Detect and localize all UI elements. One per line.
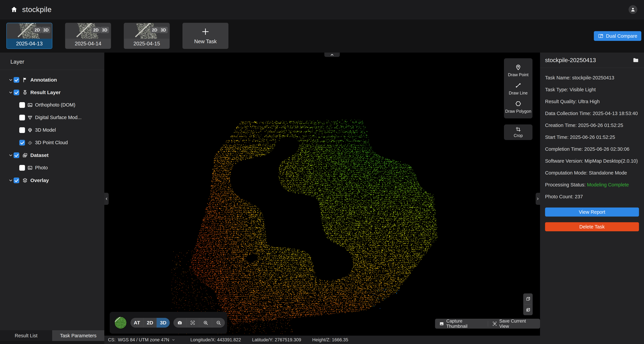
zoom-in-icon	[203, 320, 208, 326]
layer-checkbox[interactable]	[14, 153, 19, 158]
draw-line-button[interactable]: Draw Line	[504, 80, 532, 98]
collapse-right-panel-handle[interactable]	[536, 193, 540, 205]
map-pin-icon	[515, 64, 522, 71]
status-badge: Modeling Complete	[587, 182, 629, 187]
layer-item-3d-point-cloud[interactable]: 3D Point Cloud	[0, 136, 104, 149]
task-card-2025-04-14[interactable]: 2D 3D 2025-04-14	[65, 23, 111, 49]
new-task-button[interactable]: New Task	[182, 23, 228, 49]
tab-task-parameters[interactable]: Task Parameters	[52, 330, 104, 341]
fit-frame-icon	[190, 320, 196, 326]
crop-button[interactable]: Crop	[504, 124, 532, 140]
coordinate-system-select[interactable]: CS: WGS 84 / UTM zone 47N	[108, 337, 175, 343]
layer-item-3d-model[interactable]: 3D Model	[0, 124, 104, 136]
badge-icon	[22, 90, 28, 95]
flag-icon	[22, 77, 28, 83]
model-icon	[27, 127, 33, 133]
layer-checkbox[interactable]	[19, 115, 25, 120]
delete-task-button[interactable]: Delete Task	[545, 222, 639, 231]
user-avatar[interactable]	[628, 5, 637, 14]
chevron-left-icon	[105, 197, 108, 201]
layer-item-annotation[interactable]: Annotation	[0, 74, 104, 86]
chevron-down-icon[interactable]	[8, 178, 13, 183]
collapse-taskbar-handle[interactable]	[324, 53, 340, 57]
user-icon	[630, 7, 636, 12]
dual-compare-label: Dual Compare	[606, 33, 637, 39]
mode-at-button[interactable]: AT	[130, 318, 144, 328]
page-title: stockpile	[22, 5, 52, 14]
dsm-icon	[27, 115, 33, 120]
fit-view-button[interactable]	[186, 318, 199, 328]
zoom-out-button[interactable]	[212, 318, 225, 328]
layer-tree: Annotation Result Layer Orthophoto (DOM)…	[0, 70, 104, 186]
chevron-down-icon[interactable]	[8, 78, 13, 82]
chevron-down-icon[interactable]	[8, 90, 13, 95]
image-icon	[439, 321, 444, 327]
zoom-in-button[interactable]	[199, 318, 212, 328]
bottom-tab-bar: Result List Task Parameters	[0, 330, 104, 341]
point-cloud-icon	[27, 140, 33, 146]
layer-item-dataset[interactable]: Dataset	[0, 149, 104, 162]
layer-panel: Layer Annotation Result Layer Orthophoto…	[0, 53, 104, 344]
home-icon[interactable]	[10, 6, 18, 13]
folder-icon[interactable]	[632, 57, 639, 63]
view-report-button[interactable]: View Report	[545, 207, 639, 216]
tab-result-list[interactable]: Result List	[0, 330, 52, 341]
dual-compare-icon	[598, 33, 604, 39]
task-date-label: 2025-04-15	[124, 39, 170, 49]
perspective-view-button[interactable]	[523, 293, 533, 304]
layer-item-overlay[interactable]: Overlay	[0, 174, 104, 186]
layer-item-orthophoto[interactable]: Orthophoto (DOM)	[0, 99, 104, 111]
mode-2d-button[interactable]: 2D	[144, 318, 157, 328]
layer-checkbox[interactable]	[19, 102, 25, 108]
polygon-icon	[515, 100, 522, 107]
layer-checkbox[interactable]	[14, 77, 19, 83]
top-bar: stockpile	[0, 0, 644, 19]
task-card-2025-04-13[interactable]: 2D 3D 2025-04-13	[6, 23, 52, 49]
field-creation-time: Creation Time: 2025-06-26 01:52:25	[545, 122, 639, 129]
camera-icon	[177, 320, 182, 326]
layer-checkbox[interactable]	[14, 90, 19, 95]
task-card-2025-04-15[interactable]: 2D 3D 2025-04-15	[124, 23, 170, 49]
badge-3d: 3D	[100, 27, 109, 33]
task-date-label: 2025-04-13	[7, 39, 52, 49]
chevron-right-icon	[536, 197, 540, 201]
chevron-down-icon[interactable]	[8, 153, 13, 158]
tab-bar-spacer	[0, 341, 104, 344]
field-data-collection-time: Data Collection Time: 2025-04-13 18:53:4…	[545, 110, 639, 117]
draw-polygon-button[interactable]: Draw Polygon	[504, 98, 532, 116]
layer-item-dsm[interactable]: Digital Surface Mod...	[0, 111, 104, 124]
photos-icon	[22, 153, 28, 158]
layer-item-result-layer[interactable]: Result Layer	[0, 86, 104, 99]
image-icon	[27, 102, 33, 108]
layer-item-photo[interactable]: Photo	[0, 162, 104, 174]
chevron-up-icon	[330, 53, 334, 57]
badge-2d: 2D	[150, 27, 159, 33]
layer-checkbox[interactable]	[19, 140, 25, 146]
draw-toolbar: Draw Point Draw Line Draw Polygon	[504, 58, 532, 118]
save-current-view-button[interactable]: Save Current View	[488, 319, 540, 329]
point-cloud-canvas[interactable]	[104, 53, 540, 336]
cube-icon	[525, 296, 531, 302]
screenshot-button[interactable]	[174, 318, 186, 328]
task-details-panel: stockpile-20250413 Task Name: stockpile-…	[540, 53, 644, 344]
layer-checkbox[interactable]	[14, 177, 19, 183]
task-date-label: 2025-04-14	[66, 39, 111, 49]
basemap-thumbnail[interactable]	[114, 317, 127, 329]
field-start-time: Start Time: 2025-06-26 01:52:25	[545, 134, 639, 141]
stockpile-app: stockpile 2D 3D 2025-04-13 2D 3D 2025-04…	[0, 0, 644, 344]
field-processing-status: Processing Status: Modeling Complete	[545, 181, 639, 188]
capture-thumbnail-button[interactable]: Capture Thumbnail	[435, 319, 488, 329]
dual-compare-button[interactable]: Dual Compare	[594, 31, 641, 41]
draw-point-button[interactable]: Draw Point	[504, 61, 532, 80]
zoom-out-icon	[216, 320, 221, 326]
cs-value: WGS 84 / UTM zone 47N	[118, 337, 169, 343]
mode-3d-button[interactable]: 3D	[157, 318, 170, 328]
layer-checkbox[interactable]	[19, 165, 25, 171]
ortho-view-button[interactable]	[523, 305, 533, 315]
collapse-left-panel-handle[interactable]	[104, 193, 109, 205]
map-viewport: Draw Point Draw Line Draw Polygon Crop	[104, 53, 540, 344]
view-mode-switch: AT 2D 3D	[130, 318, 170, 328]
height-readout: Height/Z: 1666.35	[312, 337, 348, 343]
field-software-version: Software Version: MipMap Desktop(2.0.10)	[545, 158, 639, 165]
layer-checkbox[interactable]	[19, 127, 25, 133]
